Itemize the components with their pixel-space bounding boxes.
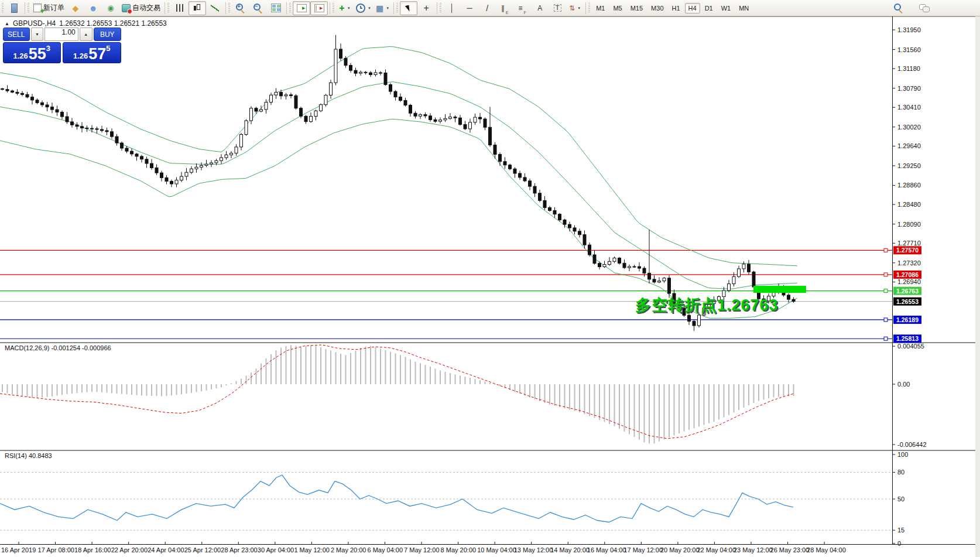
- macd-histogram-bar: [748, 384, 749, 405]
- candle-body: [165, 177, 168, 181]
- new-order-button[interactable]: 新订单: [31, 1, 67, 15]
- candle-body: [314, 111, 317, 116]
- timeframe-button-mn[interactable]: MN: [735, 3, 752, 13]
- dropdown-caret-icon[interactable]: ▼: [577, 6, 581, 10]
- resistance-line-2-handle[interactable]: [884, 273, 888, 276]
- templates-button[interactable]: ▦▼: [374, 1, 392, 15]
- dropdown-caret-icon[interactable]: ▼: [368, 6, 371, 10]
- candle-body: [633, 266, 636, 267]
- candle-body: [558, 214, 561, 220]
- chat-button[interactable]: [916, 1, 933, 15]
- zoom-in-button[interactable]: +: [232, 1, 249, 15]
- horizontal-line-icon: ─: [467, 4, 472, 12]
- macd-histogram-bar: [539, 384, 540, 401]
- buy-button[interactable]: BUY: [94, 28, 121, 41]
- timeframe-button-m15[interactable]: M15: [627, 3, 646, 13]
- equidistant-channel-button[interactable]: ∥E: [496, 1, 513, 15]
- cursor-button[interactable]: [400, 1, 417, 15]
- resistance-line-1-handle[interactable]: [884, 248, 888, 252]
- candle-body: [225, 155, 228, 158]
- search-button[interactable]: [890, 1, 907, 15]
- macd-histogram-bar: [440, 371, 441, 384]
- text-label-button[interactable]: T: [549, 1, 566, 15]
- candle-body: [399, 97, 402, 101]
- timeframe-button-m30[interactable]: M30: [647, 3, 667, 13]
- green-zone-rectangle[interactable]: [753, 286, 806, 293]
- horizontal-line-button[interactable]: ─: [461, 1, 478, 15]
- window-edge: [975, 16, 980, 557]
- collapse-icon[interactable]: ▲: [5, 21, 9, 26]
- support-line-1-handle[interactable]: [884, 318, 888, 322]
- time-axis-label: 16 Apr 2019: [1, 546, 36, 553]
- timeframe-button-d1[interactable]: D1: [701, 3, 717, 13]
- macd-histogram-bar: [335, 352, 337, 384]
- time-axis-label: 14 May 20:00: [550, 546, 590, 553]
- line-chart-button[interactable]: [206, 1, 224, 15]
- pane-splitter[interactable]: [0, 450, 975, 451]
- vertical-line-button[interactable]: │: [443, 1, 461, 15]
- time-axis-label: 26 May 23:00: [770, 546, 810, 553]
- arrows-button[interactable]: ⇅▼: [566, 1, 584, 15]
- dropdown-caret-icon[interactable]: ▼: [347, 6, 351, 10]
- candlestick-chart-button[interactable]: [189, 1, 206, 15]
- volume-up-button[interactable]: ▲: [80, 28, 92, 41]
- time-axis-label: 16 May 04:00: [587, 546, 626, 553]
- periods-button[interactable]: ▼: [354, 1, 374, 15]
- candle-body: [529, 181, 532, 186]
- candle-body: [180, 176, 183, 180]
- sell-price-button[interactable]: 1.26 55 3: [3, 42, 61, 63]
- profile-icon[interactable]: ☻: [84, 1, 102, 15]
- macd-histogram-bar: [211, 384, 212, 389]
- toolbar-separator: [330, 2, 330, 14]
- fibonacci-button[interactable]: ≡F: [513, 1, 531, 15]
- chart-shift-button[interactable]: [310, 1, 328, 15]
- volume-input[interactable]: 1.00: [44, 28, 78, 41]
- timeframe-button-m1[interactable]: M1: [592, 3, 608, 13]
- pane-splitter[interactable]: [0, 342, 975, 343]
- rsi-indicator-label: RSI(14) 40.8483: [5, 452, 52, 459]
- macd-histogram-bar: [12, 384, 13, 394]
- zoom-out-button[interactable]: −: [249, 1, 267, 15]
- periods-icon: [356, 4, 365, 13]
- cursor-icon: [405, 4, 412, 11]
- autotrading-button[interactable]: 自动交易: [119, 1, 163, 15]
- auto-scroll-button[interactable]: [293, 1, 310, 15]
- bar-chart-button[interactable]: [171, 1, 189, 15]
- indicators-button[interactable]: +▼: [336, 1, 354, 15]
- timeframe-button-h1[interactable]: H1: [669, 3, 684, 13]
- sell-button[interactable]: SELL: [3, 28, 30, 41]
- tile-windows-button[interactable]: [267, 1, 285, 15]
- pivot-line-handle[interactable]: [884, 289, 888, 293]
- candle-body: [434, 119, 437, 121]
- zoom-out-icon: −: [253, 4, 263, 13]
- support-line-2-handle[interactable]: [884, 337, 888, 340]
- price-tick-label: 1.29250: [897, 162, 921, 169]
- macd-histogram-bar: [659, 384, 660, 442]
- text-button[interactable]: A: [531, 1, 549, 15]
- market-watch-icon[interactable]: ◆: [67, 1, 84, 15]
- candle-body: [71, 122, 74, 125]
- timeframe-button-m5[interactable]: M5: [609, 3, 625, 13]
- text-label-icon: T: [554, 4, 561, 12]
- candle-body: [31, 97, 34, 100]
- candle-body: [310, 117, 313, 122]
- timeframe-button-w1[interactable]: W1: [718, 3, 735, 13]
- chart-canvas[interactable]: 1.319501.315601.311801.307901.304101.300…: [0, 0, 980, 557]
- macd-histogram-bar: [519, 384, 520, 394]
- candle-body: [220, 158, 223, 160]
- macd-histogram-bar: [32, 384, 33, 398]
- candle-body: [330, 83, 333, 95]
- buy-price-button[interactable]: 1.26 57 5: [63, 42, 122, 63]
- main-toolbar: 新订单◆☻◉自动交易+−+▼▼▦▼+│─/∥E≡FAT⇅▼M1M5M15M30H…: [0, 0, 980, 16]
- dropdown-caret-icon[interactable]: ▼: [386, 6, 389, 10]
- signals-icon[interactable]: ◉: [102, 1, 119, 15]
- chart-header: ▲ GBPUSD-,H4 1.26532 1.26553 1.26521 1.2…: [5, 19, 167, 28]
- app-menu-icon-icon: [11, 4, 18, 13]
- volume-down-button[interactable]: ▼: [31, 28, 44, 41]
- pivot-annotation-text[interactable]: 多空转折点1.26763: [635, 295, 779, 316]
- trendline-button[interactable]: /: [478, 1, 496, 15]
- signals-icon-icon: ◉: [107, 4, 114, 12]
- candle-body: [195, 167, 198, 169]
- crosshair-button[interactable]: +: [417, 1, 435, 15]
- timeframe-button-h4[interactable]: H4: [685, 3, 700, 13]
